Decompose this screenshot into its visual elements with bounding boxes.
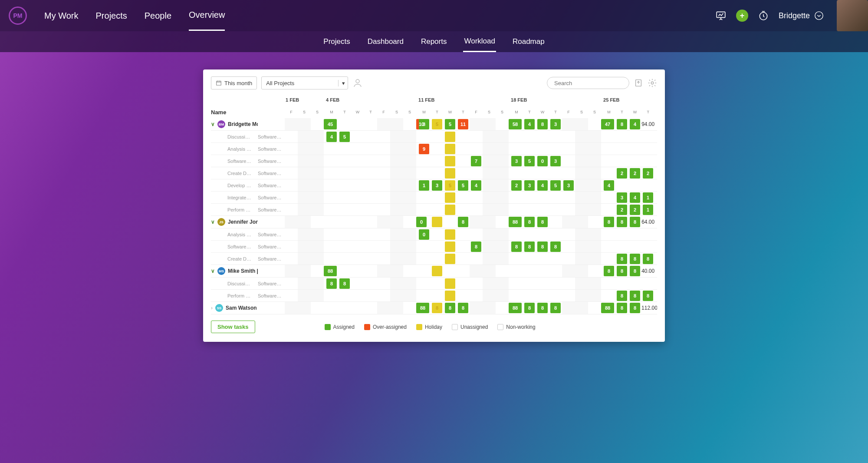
timer-icon[interactable]: [757, 9, 770, 22]
workload-value[interactable]: 8: [511, 241, 522, 252]
show-tasks-button[interactable]: Show tasks: [211, 321, 255, 333]
nav-item-my-work[interactable]: My Work: [44, 11, 79, 30]
workload-value[interactable]: [445, 144, 455, 154]
workload-value[interactable]: 3: [550, 156, 561, 166]
workload-value[interactable]: 8: [617, 291, 627, 301]
workload-value[interactable]: 8: [537, 303, 548, 313]
person-filter-icon[interactable]: [352, 77, 363, 89]
range-button[interactable]: This month: [211, 76, 257, 89]
expand-toggle[interactable]: ›: [211, 305, 213, 311]
workload-value[interactable]: 8: [630, 217, 640, 227]
workload-value[interactable]: 2: [643, 168, 653, 179]
workload-value[interactable]: 4: [524, 119, 535, 129]
workload-value[interactable]: 8: [643, 254, 653, 264]
workload-value[interactable]: [445, 278, 455, 289]
workload-value[interactable]: 8: [458, 303, 468, 313]
workload-value[interactable]: 8: [550, 303, 561, 313]
workload-value[interactable]: 8: [617, 254, 627, 264]
expand-toggle[interactable]: ∨: [211, 268, 215, 274]
workload-value[interactable]: 8: [339, 278, 350, 289]
subnav-item-workload[interactable]: Workload: [463, 37, 496, 52]
settings-icon[interactable]: [648, 78, 657, 88]
workload-value[interactable]: [445, 132, 455, 142]
subnav-item-dashboard[interactable]: Dashboard: [367, 37, 404, 51]
workload-value[interactable]: 1: [419, 180, 429, 191]
projects-select[interactable]: All Projects ▾: [261, 76, 348, 89]
workload-value[interactable]: 8: [524, 217, 535, 227]
workload-value[interactable]: 8: [524, 303, 535, 313]
search-box[interactable]: [547, 77, 629, 89]
workload-value[interactable]: 8: [445, 303, 455, 313]
workload-value[interactable]: 2: [617, 205, 627, 215]
workload-value[interactable]: 8: [617, 217, 627, 227]
workload-value[interactable]: 1: [643, 205, 653, 215]
avatar[interactable]: [837, 0, 868, 31]
workload-value[interactable]: 5: [550, 180, 561, 191]
nav-item-overview[interactable]: Overview: [189, 10, 225, 31]
workload-value[interactable]: 8: [537, 241, 548, 252]
search-input[interactable]: [554, 80, 627, 86]
workload-value[interactable]: 8: [604, 217, 614, 227]
expand-toggle[interactable]: ∨: [211, 219, 215, 225]
workload-value[interactable]: 8: [537, 217, 548, 227]
export-icon[interactable]: [634, 78, 643, 88]
workload-value[interactable]: 2: [630, 168, 640, 179]
workload-value[interactable]: 8: [617, 119, 627, 129]
presentation-icon[interactable]: [714, 9, 727, 22]
workload-value[interactable]: [445, 156, 455, 166]
workload-value[interactable]: 8: [326, 278, 337, 289]
workload-value[interactable]: 8: [524, 241, 535, 252]
workload-value[interactable]: [445, 168, 455, 179]
workload-value[interactable]: 4: [471, 180, 481, 191]
expand-toggle[interactable]: ∨: [211, 121, 215, 127]
workload-value[interactable]: 3: [550, 119, 561, 129]
workload-value[interactable]: 3: [524, 180, 535, 191]
workload-value[interactable]: 5: [524, 156, 535, 166]
workload-value[interactable]: 8: [630, 291, 640, 301]
workload-value[interactable]: 4: [537, 180, 548, 191]
workload-value[interactable]: 8: [550, 241, 561, 252]
workload-value[interactable]: 5: [445, 180, 455, 191]
workload-value[interactable]: 8: [617, 303, 627, 313]
workload-value[interactable]: 8: [432, 303, 442, 313]
subnav-item-projects[interactable]: Projects: [322, 37, 351, 51]
workload-value[interactable]: 5: [432, 119, 442, 129]
workload-value[interactable]: 3: [511, 156, 522, 166]
workload-value[interactable]: [445, 254, 455, 264]
workload-value[interactable]: [432, 266, 442, 276]
add-button[interactable]: +: [736, 10, 748, 22]
workload-value[interactable]: 9: [419, 144, 429, 154]
workload-value[interactable]: 2: [617, 168, 627, 179]
nav-item-people[interactable]: People: [145, 11, 171, 30]
workload-value[interactable]: 5: [339, 132, 350, 142]
workload-value[interactable]: 4: [326, 132, 337, 142]
workload-value[interactable]: 4: [630, 119, 640, 129]
workload-value[interactable]: [445, 229, 455, 240]
workload-value[interactable]: 11: [458, 119, 468, 129]
workload-value[interactable]: 5: [445, 119, 455, 129]
workload-value[interactable]: 1: [643, 192, 653, 203]
workload-value[interactable]: 8: [537, 119, 548, 129]
workload-value[interactable]: 8: [630, 266, 640, 276]
workload-value[interactable]: 8: [617, 266, 627, 276]
subnav-item-reports[interactable]: Reports: [420, 37, 448, 51]
workload-value[interactable]: [445, 205, 455, 215]
workload-value[interactable]: 8: [471, 241, 481, 252]
workload-value[interactable]: 3: [563, 180, 574, 191]
workload-value[interactable]: 2: [511, 180, 522, 191]
user-menu[interactable]: Bridgette: [779, 11, 824, 20]
workload-value[interactable]: [445, 192, 455, 203]
workload-value[interactable]: [445, 291, 455, 301]
workload-value[interactable]: [432, 217, 442, 227]
workload-value[interactable]: 8: [630, 303, 640, 313]
workload-value[interactable]: 4: [630, 192, 640, 203]
workload-value[interactable]: [445, 241, 455, 252]
workload-value[interactable]: 8: [630, 254, 640, 264]
logo[interactable]: PM: [9, 7, 27, 25]
workload-value[interactable]: 8: [643, 291, 653, 301]
workload-value[interactable]: 2: [630, 205, 640, 215]
workload-value[interactable]: 3: [432, 180, 442, 191]
workload-value[interactable]: 8: [604, 266, 614, 276]
workload-value[interactable]: 7: [471, 156, 481, 166]
workload-value[interactable]: 0: [419, 229, 429, 240]
